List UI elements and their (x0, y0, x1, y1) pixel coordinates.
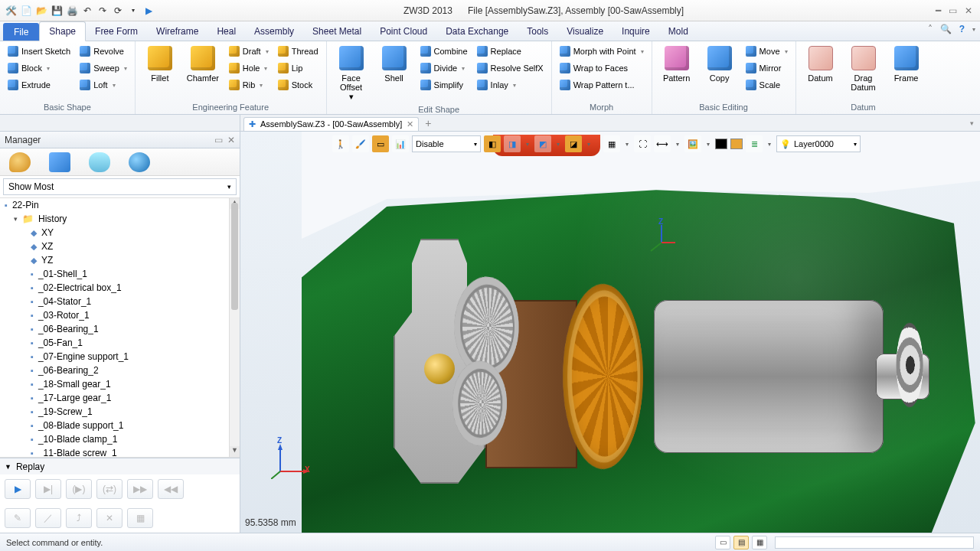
revolve-button[interactable]: Revolve (77, 43, 130, 60)
stock-button[interactable]: Stock (275, 77, 322, 93)
qat-refresh-icon[interactable]: ⟳ (112, 5, 124, 17)
wrap-to-faces-button[interactable]: Wrap to Faces (557, 60, 647, 77)
tree-scrollbar[interactable]: ▲ ▼ (229, 198, 240, 457)
status-btn-1[interactable]: ▭ (715, 536, 730, 549)
combine-button[interactable]: Combine (417, 43, 471, 60)
replace-button[interactable]: Replace (474, 43, 547, 60)
simplify-button[interactable]: Simplify (417, 77, 471, 93)
tab-point-cloud[interactable]: Point Cloud (371, 21, 436, 41)
inlay-button[interactable]: Inlay▾ (474, 77, 547, 93)
tree-part-4[interactable]: ▪_06-Bearing_1 (0, 322, 229, 336)
palette-icon[interactable] (9, 152, 31, 172)
replay-rew-button[interactable]: ◀◀ (158, 479, 184, 499)
help-icon[interactable]: ? (959, 24, 965, 34)
vt-view-icon[interactable]: ▦ (603, 135, 620, 152)
shell-button[interactable]: Shell (374, 43, 414, 84)
vt-color-orange[interactable] (730, 139, 743, 149)
qat-dropdown-icon[interactable]: ▾ (127, 5, 139, 17)
ribbon-collapse-icon[interactable]: ˄ (928, 24, 933, 34)
new-tab-button[interactable]: + (419, 117, 437, 129)
vt-walk-icon[interactable]: 🚶 (332, 135, 349, 152)
tree-part-3[interactable]: ▪_03-Rotor_1 (0, 308, 229, 322)
tree-part-10[interactable]: ▪_19-Screw_1 (0, 405, 229, 419)
block-button[interactable]: Block▾ (5, 60, 74, 77)
tree-part-13[interactable]: ▪_11-Blade screw_1 (0, 446, 229, 458)
tree-part-5[interactable]: ▪_05-Fan_1 (0, 336, 229, 350)
qat-print-icon[interactable]: 🖨️ (66, 5, 78, 17)
glasses-icon[interactable] (89, 152, 110, 172)
tree-part-1[interactable]: ▪_02-Electrical box_1 (0, 281, 229, 295)
vt-brush-icon[interactable]: 🖌️ (352, 135, 369, 152)
close-icon[interactable]: ✕ (965, 5, 972, 16)
frame-button[interactable]: Frame (887, 43, 926, 84)
tab-free-form[interactable]: Free Form (86, 21, 147, 41)
qat-open-icon[interactable]: 📂 (35, 5, 47, 17)
loft-button[interactable]: Loft▾ (77, 77, 130, 93)
move-button[interactable]: Move▾ (743, 43, 791, 60)
tree-history[interactable]: ▾ 📁 History (0, 212, 229, 226)
extrude-button[interactable]: Extrude (5, 77, 74, 93)
replay-tool1-button[interactable]: ✎ (5, 508, 31, 528)
resolve-selfx-button[interactable]: Resolve SelfX (474, 60, 547, 77)
tree-filter-dropdown[interactable]: Show Most ▾ (3, 178, 237, 195)
vt-render-icon[interactable]: 🖼️ (684, 135, 701, 152)
replay-step-button[interactable]: ▶| (35, 479, 61, 499)
replay-tool3-button[interactable]: ⤴ (66, 508, 92, 528)
tree-plane-xy[interactable]: ◆XY (0, 226, 229, 240)
tab-close-icon[interactable]: ✕ (407, 119, 413, 129)
copy-button[interactable]: Copy (700, 43, 740, 84)
status-btn-3[interactable]: ▦ (752, 536, 767, 549)
qat-undo-icon[interactable]: ↶ (81, 5, 93, 17)
tree-part-12[interactable]: ▪_10-Blade clamp_1 (0, 432, 229, 446)
vt-chart-icon[interactable]: 📊 (392, 135, 409, 152)
tab-file[interactable]: File (3, 23, 39, 41)
status-btn-2[interactable]: ▤ (733, 536, 749, 549)
tab-mold[interactable]: Mold (659, 21, 697, 41)
vt-disable-dropdown[interactable]: Disable ▾ (412, 135, 481, 152)
hole-button[interactable]: Hole▾ (226, 60, 272, 77)
vt-cube2-icon[interactable]: ◨ (504, 135, 521, 152)
scroll-down-icon[interactable]: ▼ (230, 446, 240, 457)
tree-part-8[interactable]: ▪_18-Small gear_1 (0, 377, 229, 391)
replay-delete-button[interactable]: ✕ (96, 508, 122, 528)
vt-cube4-icon[interactable]: ◪ (565, 135, 582, 152)
tab-heal[interactable]: Heal (207, 21, 245, 41)
replay-header[interactable]: ▼ Replay (0, 458, 240, 474)
tab-data-exchange[interactable]: Data Exchange (436, 21, 518, 41)
tab-inquire[interactable]: Inquire (612, 21, 659, 41)
vt-cube1-icon[interactable]: ◧ (484, 135, 501, 152)
pattern-button[interactable]: Pattern (657, 43, 697, 84)
tree-part-0[interactable]: ▪_01-Shell_1 (0, 267, 229, 281)
document-tab[interactable]: ✚ AssemblySaw.Z3 - [00-SawAssembly] ✕ (243, 117, 419, 131)
thread-button[interactable]: Thread (275, 43, 322, 60)
face-offset-button[interactable]: Face Offset▾ (332, 43, 371, 103)
help-dropdown-icon[interactable]: ▾ (972, 26, 975, 33)
replay-tool2-button[interactable]: ／ (35, 508, 61, 528)
replay-ff-button[interactable]: ▶▶ (127, 479, 153, 499)
drag-datum-button[interactable]: Drag Datum (844, 43, 884, 93)
tab-wireframe[interactable]: Wireframe (147, 21, 207, 41)
tree-part-11[interactable]: ▪_08-Blade support_1 (0, 419, 229, 432)
lip-button[interactable]: Lip (275, 60, 322, 77)
collapse-icon[interactable]: ▾ (14, 215, 18, 223)
tree-part-7[interactable]: ▪_06-Bearing_2 (0, 364, 229, 377)
tab-tools[interactable]: Tools (518, 21, 557, 41)
draft-button[interactable]: Draft▾ (226, 43, 272, 60)
tab-assembly[interactable]: Assembly (245, 21, 303, 41)
replay-play-button[interactable]: ▶ (5, 479, 31, 499)
tab-visualize[interactable]: Visualize (557, 21, 612, 41)
minimize-icon[interactable]: ━ (936, 5, 941, 16)
status-input[interactable] (775, 536, 974, 549)
qat-redo-icon[interactable]: ↷ (96, 5, 109, 17)
sweep-button[interactable]: Sweep▾ (77, 60, 130, 77)
vt-fit-icon[interactable]: ⛶ (634, 135, 651, 152)
tab-overflow-icon[interactable]: ▾ (964, 119, 980, 127)
qat-new-icon[interactable]: 📄 (20, 5, 32, 17)
chamfer-button[interactable]: Chamfer (183, 43, 223, 84)
qat-save-icon[interactable]: 💾 (51, 5, 63, 17)
tree-plane-xz[interactable]: ◆XZ (0, 240, 229, 253)
manager-close-icon[interactable]: ✕ (227, 135, 235, 145)
tab-sheet-metal[interactable]: Sheet Metal (303, 21, 371, 41)
tree-part-9[interactable]: ▪_17-Large gear_1 (0, 391, 229, 405)
assembly-icon[interactable] (49, 152, 70, 172)
